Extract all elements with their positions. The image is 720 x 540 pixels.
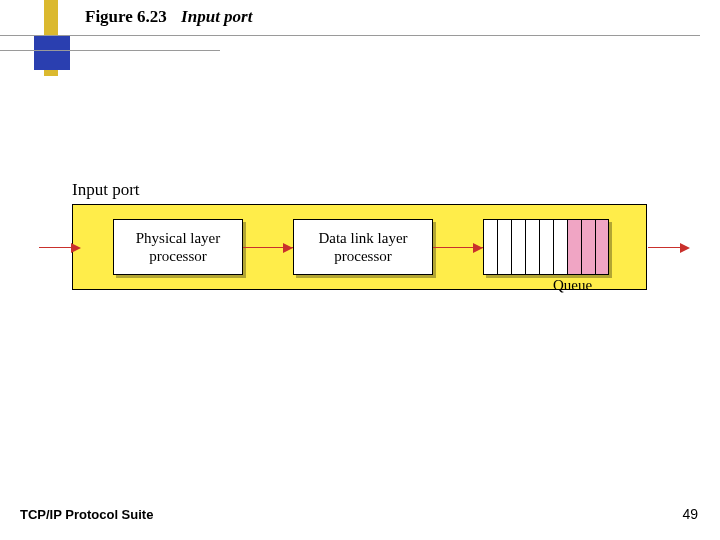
- deco-square: [34, 36, 70, 70]
- queue-label: Queue: [553, 277, 592, 294]
- arrow-icon: [680, 243, 690, 253]
- queue-slot: [567, 219, 581, 275]
- output-line: [648, 247, 682, 248]
- queue-slot: [525, 219, 539, 275]
- queue-slot: [581, 219, 595, 275]
- page-number: 49: [682, 506, 698, 522]
- arrow-icon: [71, 243, 81, 253]
- diagram-panel: Physical layer processor Data link layer…: [72, 204, 647, 290]
- arrow-icon: [473, 243, 483, 253]
- physical-layer-processor-label: Physical layer processor: [136, 229, 221, 265]
- input-port-diagram: Input port Physical layer processor Data…: [72, 180, 647, 290]
- figure-caption: Input port: [181, 7, 252, 26]
- title-rule-upper: [0, 35, 700, 36]
- queue-slot: [553, 219, 567, 275]
- queue-slot: [511, 219, 525, 275]
- footer-text: TCP/IP Protocol Suite: [20, 507, 153, 522]
- title-rule-lower: [0, 50, 220, 51]
- queue-slot: [483, 219, 497, 275]
- queue-slot: [539, 219, 553, 275]
- queue-buffer: [483, 219, 609, 275]
- data-link-layer-processor-box: Data link layer processor: [293, 219, 433, 275]
- data-link-layer-processor-label: Data link layer processor: [318, 229, 407, 265]
- queue-slot: [497, 219, 511, 275]
- physical-layer-processor-box: Physical layer processor: [113, 219, 243, 275]
- arrow-icon: [283, 243, 293, 253]
- queue-slot: [595, 219, 609, 275]
- input-line: [39, 247, 73, 248]
- diagram-panel-label: Input port: [72, 180, 647, 200]
- slide-title: Figure 6.23 Input port: [85, 6, 252, 28]
- figure-number: Figure 6.23: [85, 7, 167, 26]
